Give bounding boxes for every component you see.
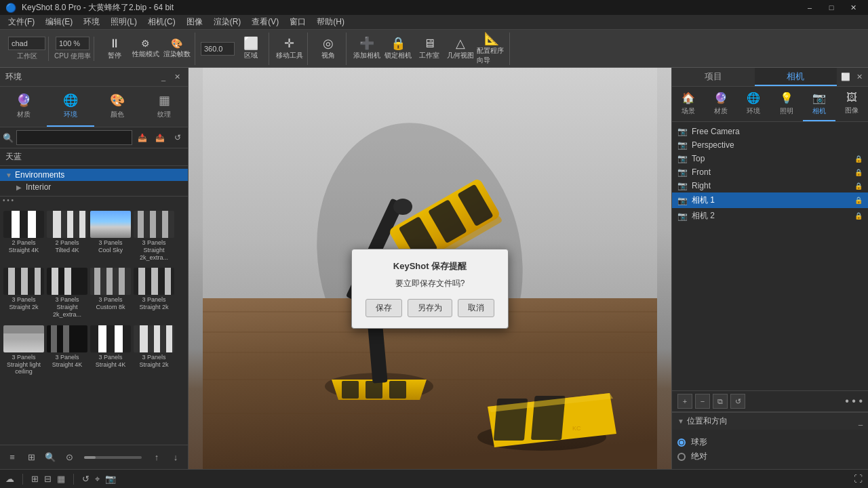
- menu-help[interactable]: 帮助(H): [311, 15, 350, 29]
- sb-layout1-icon[interactable]: ⊞: [31, 474, 39, 484]
- menu-light[interactable]: 照明(L): [105, 15, 142, 29]
- panel-minimize-btn[interactable]: _: [158, 72, 169, 83]
- thumb-3panels-custom-8k[interactable]: 3 PanelsCustom 8k: [90, 265, 132, 321]
- radio-spherical[interactable]: 球形: [677, 435, 863, 449]
- panel-close-btn[interactable]: ✕: [172, 72, 182, 83]
- menu-camera[interactable]: 相机(C): [142, 15, 181, 29]
- geo-view-button[interactable]: △ 几何视图: [446, 33, 475, 65]
- thumb-2panels-tilted-4k[interactable]: 2 PanelsTilted 4K: [46, 208, 88, 264]
- grid-view-btn[interactable]: ⊞: [24, 451, 38, 464]
- thumb-3panels-cool-sky[interactable]: 3 PanelsCool Sky: [90, 208, 132, 264]
- cam-1[interactable]: 📷 相机 1 🔒: [672, 192, 868, 208]
- percent-input[interactable]: [56, 37, 90, 50]
- region-button[interactable]: ⬜ 区域: [236, 33, 266, 65]
- del-cam-btn[interactable]: −: [695, 394, 710, 409]
- cam-right[interactable]: 📷 Right 🔒: [672, 179, 868, 192]
- tree-row-environments[interactable]: ▼ Environments: [0, 169, 188, 181]
- sb-fullscreen-icon[interactable]: ⛶: [854, 474, 863, 484]
- studio-button[interactable]: 🖥 工作室: [414, 33, 444, 65]
- right-tab-project[interactable]: 项目: [672, 68, 755, 86]
- move-tool-button[interactable]: ✛ 移动工具: [275, 33, 304, 65]
- right-tab-camera[interactable]: 相机: [755, 68, 837, 86]
- add-camera-button[interactable]: ➕ 添加相机: [352, 33, 382, 65]
- tab-texture[interactable]: ▦ 纹理: [141, 87, 188, 127]
- dup-cam-btn[interactable]: ⧉: [713, 394, 728, 409]
- angle-button[interactable]: ◎ 视角: [313, 33, 343, 65]
- close-button[interactable]: ✕: [844, 1, 863, 14]
- render-button[interactable]: 🎨 渲染帧数: [162, 33, 192, 65]
- config-wizard-button[interactable]: 📐 配置程序向导: [477, 33, 507, 65]
- menu-view[interactable]: 查看(V): [246, 15, 284, 29]
- thumb-2panels-straight-4k[interactable]: 2 PanelsStraight 4K: [3, 208, 45, 264]
- color-tab-label: 颜色: [111, 110, 124, 119]
- rst-environment[interactable]: 🌐 环境: [737, 87, 770, 121]
- title-text: KeyShot 8.0 Pro - 大黄蜂终了2.bip - 64 bit: [22, 2, 174, 14]
- sb-layout2-icon[interactable]: ⊟: [44, 474, 52, 484]
- thumb-3panels-straight-4k-a[interactable]: 3 PanelsStraight 4K: [46, 323, 88, 378]
- thumb-3panels-straight-2k-b[interactable]: 3 PanelsStraight 2k: [133, 265, 175, 321]
- cam-front[interactable]: 📷 Front 🔒: [672, 165, 868, 179]
- radio-absolute[interactable]: 绝对: [677, 449, 863, 464]
- more-icon[interactable]: • • •: [845, 395, 863, 407]
- list-view-btn[interactable]: ≡: [5, 451, 19, 464]
- position-section-header[interactable]: ▼ 位置和方向 _: [672, 413, 868, 430]
- radio-spherical-dot[interactable]: [677, 439, 686, 447]
- tab-environment[interactable]: 🌐 环境: [47, 87, 94, 127]
- import-btn[interactable]: 📥: [135, 130, 150, 145]
- viewport[interactable]: KC KeyShot 保存提醒 要立即保存文件吗? 保存 另存为 取消: [189, 68, 671, 469]
- lock-camera-button[interactable]: 🔒 锁定相机: [383, 33, 413, 65]
- menu-env[interactable]: 环境: [78, 15, 105, 29]
- tree-row-interior[interactable]: ▶ Interior: [0, 181, 188, 193]
- dot-btn[interactable]: ⊙: [62, 451, 76, 464]
- search-input[interactable]: [16, 130, 132, 145]
- menu-window[interactable]: 窗口: [284, 15, 311, 29]
- thumb-3panels-straight-lightceil[interactable]: 3 PanelsStraight light ceiling: [3, 323, 45, 378]
- rst-material[interactable]: 🔮 材质: [705, 87, 737, 121]
- thumb-3panels-straight-4k-b[interactable]: 3 PanelsStraight 4K: [90, 323, 132, 378]
- rst-image[interactable]: 🖼 图像: [835, 87, 868, 121]
- cam-top-label: Top: [692, 154, 705, 163]
- upload-btn[interactable]: ↑: [150, 451, 163, 464]
- thumb-3panels-straight-2kextra-a[interactable]: 3 PanelsStraight 2k_extra...: [133, 208, 175, 264]
- save-button[interactable]: 保存: [366, 299, 402, 317]
- menu-file[interactable]: 文件(F): [3, 15, 40, 29]
- refresh-btn[interactable]: ↺: [170, 130, 185, 145]
- menu-edit[interactable]: 编辑(E): [40, 15, 78, 29]
- menu-image[interactable]: 图像: [181, 15, 208, 29]
- right-panel-close-btn[interactable]: ✕: [853, 71, 865, 83]
- cam-free[interactable]: 📷 Free Camera: [672, 125, 868, 138]
- maximize-button[interactable]: □: [822, 1, 841, 14]
- tab-material[interactable]: 🔮 材质: [0, 87, 47, 127]
- thumb-3panels-straight-2kextra-b[interactable]: 3 PanelsStraight 2k_extra...: [46, 265, 88, 321]
- tab-color[interactable]: 🎨 颜色: [94, 87, 141, 127]
- workspace-input[interactable]: [8, 37, 45, 50]
- pos-collapse-btn[interactable]: _: [859, 418, 863, 426]
- sb-layout3-icon[interactable]: ▦: [57, 474, 65, 484]
- pause-button[interactable]: ⏸ 暂停: [100, 33, 130, 65]
- region-input[interactable]: [201, 42, 235, 56]
- cam-2[interactable]: 📷 相机 2 🔒: [672, 208, 868, 224]
- thumb-3panels-straight-2k-a[interactable]: 3 PanelsStraight 2k: [3, 265, 45, 321]
- rst-lighting[interactable]: 💡 照明: [770, 87, 803, 121]
- thumb-3panels-straight-2k-c[interactable]: 3 PanelsStraight 2k: [133, 323, 175, 378]
- reset-cam-btn[interactable]: ↺: [730, 394, 745, 409]
- cancel-button[interactable]: 取消: [458, 299, 494, 317]
- sb-rotate-icon[interactable]: ↺: [82, 474, 90, 484]
- cam-perspective[interactable]: 📷 Perspective: [672, 138, 868, 152]
- sb-camera-icon[interactable]: 📷: [105, 474, 116, 484]
- menu-render[interactable]: 渲染(R): [208, 15, 247, 29]
- sb-cloud-icon[interactable]: ☁: [5, 474, 14, 484]
- performance-button[interactable]: ⚙ 性能模式: [131, 33, 161, 65]
- radio-absolute-dot[interactable]: [677, 453, 686, 461]
- minimize-button[interactable]: –: [800, 1, 819, 14]
- download-btn[interactable]: ↓: [169, 451, 182, 464]
- cam-top[interactable]: 📷 Top 🔒: [672, 152, 868, 165]
- search-mode-btn[interactable]: 🔍: [43, 451, 57, 464]
- export-btn[interactable]: 📤: [153, 130, 167, 145]
- add-cam-list-btn[interactable]: +: [677, 394, 692, 409]
- save-as-button[interactable]: 另存为: [408, 299, 452, 317]
- rst-camera[interactable]: 📷 相机: [803, 87, 835, 121]
- right-panel-expand-btn[interactable]: ⬜: [840, 71, 852, 83]
- sb-target-icon[interactable]: ⌖: [95, 474, 100, 485]
- rst-scene[interactable]: 🏠 场景: [672, 87, 705, 121]
